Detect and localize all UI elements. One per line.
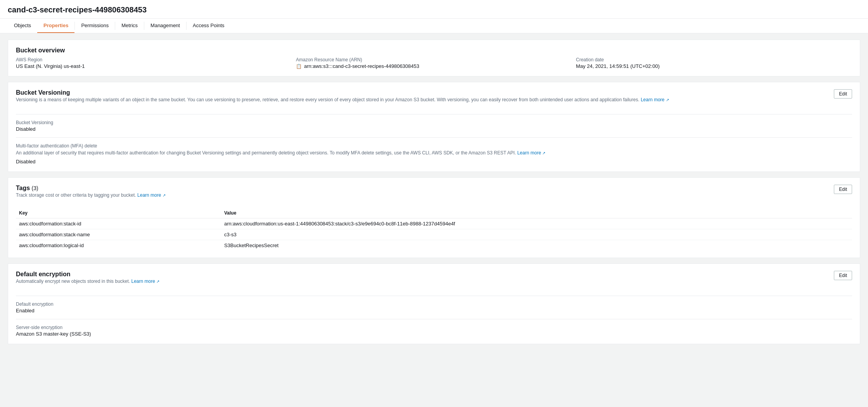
bucket-versioning-description: Versioning is a means of keeping multipl… — [16, 96, 669, 103]
arn-value: arn:aws:s3:::cand-c3-secret-recipes-4498… — [304, 63, 419, 69]
default-encryption-description: Automatically encrypt new objects stored… — [16, 278, 159, 285]
tab-management[interactable]: Management — [144, 19, 186, 33]
table-row: aws:cloudformation:stack-idarn:aws:cloud… — [16, 218, 852, 229]
mfa-description: An additional layer of security that req… — [16, 149, 852, 156]
tag-key: aws:cloudformation:stack-name — [16, 229, 221, 240]
table-row: aws:cloudformation:logical-idS3BucketRec… — [16, 240, 852, 251]
arn-value-row: 📋 arn:aws:s3:::cand-c3-secret-recipes-44… — [296, 63, 572, 69]
bucket-overview-card: Bucket overview AWS Region US East (N. V… — [8, 40, 860, 76]
bucket-versioning-card: Bucket Versioning Versioning is a means … — [8, 82, 860, 172]
server-side-encryption-field: Server-side encryption Amazon S3 master-… — [16, 325, 852, 337]
mfa-learn-more[interactable]: Learn more ↗ — [517, 150, 546, 156]
bucket-overview-title: Bucket overview — [16, 47, 65, 54]
bucket-versioning-title: Bucket Versioning — [16, 89, 669, 96]
versioning-status-label: Bucket Versioning — [16, 120, 852, 125]
versioning-status-field: Bucket Versioning Disabled — [16, 120, 852, 132]
external-link-icon-encryption: ↗ — [156, 279, 159, 284]
tab-metrics[interactable]: Metrics — [115, 19, 144, 33]
encryption-status-label: Default encryption — [16, 301, 852, 307]
arn-field: Amazon Resource Name (ARN) 📋 arn:aws:s3:… — [296, 57, 572, 69]
tag-value: S3BucketRecipesSecret — [221, 240, 852, 251]
versioning-divider-2 — [16, 137, 852, 138]
tags-card: Tags (3) Track storage cost or other cri… — [8, 177, 860, 258]
encryption-status-value: Enabled — [16, 308, 852, 313]
tags-learn-more[interactable]: Learn more ↗ — [137, 192, 166, 198]
tab-objects[interactable]: Objects — [8, 19, 37, 33]
default-encryption-header-left: Default encryption Automatically encrypt… — [16, 271, 159, 290]
aws-region-field: AWS Region US East (N. Virginia) us-east… — [16, 57, 292, 69]
encryption-divider-1 — [16, 296, 852, 296]
creation-date-label: Creation date — [576, 57, 852, 62]
tags-header: Tags (3) Track storage cost or other cri… — [16, 185, 852, 204]
aws-region-label: AWS Region — [16, 57, 292, 62]
arn-label: Amazon Resource Name (ARN) — [296, 57, 572, 62]
tab-permissions[interactable]: Permissions — [75, 19, 115, 33]
main-content: Bucket overview AWS Region US East (N. V… — [0, 33, 868, 350]
external-link-icon-mfa: ↗ — [542, 151, 545, 155]
tag-key: aws:cloudformation:stack-id — [16, 218, 221, 229]
mfa-label: Multi-factor authentication (MFA) delete — [16, 143, 852, 149]
versioning-divider-1 — [16, 114, 852, 114]
tag-value: c3-s3 — [221, 229, 852, 240]
tags-table: Key Value aws:cloudformation:stack-idarn… — [16, 208, 852, 251]
tag-key: aws:cloudformation:logical-id — [16, 240, 221, 251]
tab-access-points[interactable]: Access Points — [187, 19, 231, 33]
tabs-bar: Objects Properties Permissions Metrics M… — [0, 19, 868, 33]
default-encryption-header: Default encryption Automatically encrypt… — [16, 271, 852, 290]
creation-date-value: May 24, 2021, 14:59:51 (UTC+02:00) — [576, 63, 852, 69]
tag-value: arn:aws:cloudformation:us-east-1:4498063… — [221, 218, 852, 229]
encryption-divider-2 — [16, 319, 852, 319]
mfa-field: Multi-factor authentication (MFA) delete… — [16, 143, 852, 165]
tags-edit-button[interactable]: Edit — [834, 185, 852, 194]
tags-title: Tags (3) — [16, 185, 166, 192]
aws-region-value: US East (N. Virginia) us-east-1 — [16, 63, 292, 69]
default-encryption-card: Default encryption Automatically encrypt… — [8, 263, 860, 344]
copy-icon[interactable]: 📋 — [296, 64, 302, 69]
bucket-overview-header: Bucket overview — [16, 47, 852, 54]
server-side-value: Amazon S3 master-key (SSE-S3) — [16, 331, 852, 337]
server-side-label: Server-side encryption — [16, 325, 852, 330]
bucket-versioning-header: Bucket Versioning Versioning is a means … — [16, 89, 852, 109]
tags-col-value: Value — [221, 208, 852, 218]
external-link-icon-tags: ↗ — [163, 193, 166, 197]
tags-table-header-row: Key Value — [16, 208, 852, 218]
versioning-status-value: Disabled — [16, 126, 852, 132]
page-title: cand-c3-secret-recipes-449806308453 — [0, 0, 868, 19]
tab-properties[interactable]: Properties — [37, 19, 74, 33]
default-encryption-edit-button[interactable]: Edit — [834, 271, 852, 280]
default-encryption-learn-more[interactable]: Learn more ↗ — [131, 279, 159, 284]
external-link-icon-versioning: ↗ — [666, 98, 669, 102]
table-row: aws:cloudformation:stack-namec3-s3 — [16, 229, 852, 240]
tags-description: Track storage cost or other criteria by … — [16, 192, 166, 199]
bucket-versioning-header-left: Bucket Versioning Versioning is a means … — [16, 89, 669, 109]
default-encryption-title: Default encryption — [16, 271, 159, 278]
bucket-versioning-edit-button[interactable]: Edit — [834, 89, 852, 99]
tags-header-left: Tags (3) Track storage cost or other cri… — [16, 185, 166, 204]
tags-col-key: Key — [16, 208, 221, 218]
encryption-status-field: Default encryption Enabled — [16, 301, 852, 313]
creation-date-field: Creation date May 24, 2021, 14:59:51 (UT… — [576, 57, 852, 69]
bucket-overview-grid: AWS Region US East (N. Virginia) us-east… — [16, 57, 852, 69]
bucket-versioning-learn-more[interactable]: Learn more ↗ — [641, 97, 669, 102]
mfa-value: Disabled — [16, 159, 852, 165]
